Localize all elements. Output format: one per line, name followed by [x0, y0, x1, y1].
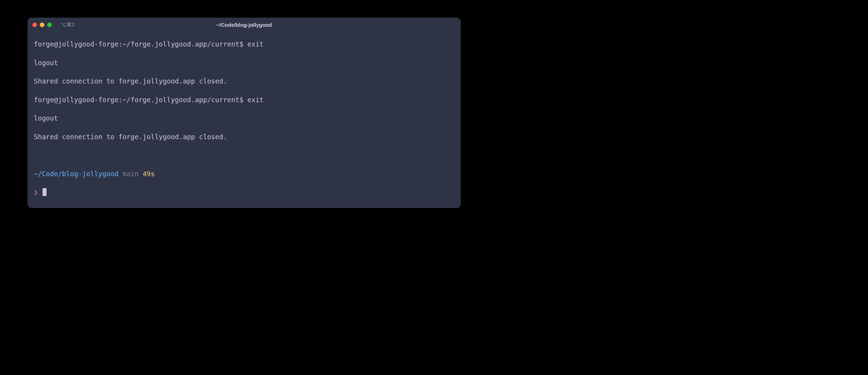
blank-line [34, 151, 454, 160]
terminal-output-line: logout [34, 113, 454, 123]
command-text: exit [247, 96, 264, 104]
terminal-output-line: forge@jollygood-forge:~/forge.jollygood.… [34, 95, 454, 105]
chevron-icon: ❯ [34, 188, 38, 196]
command-text: exit [247, 40, 264, 48]
terminal-body[interactable]: forge@jollygood-forge:~/forge.jollygood.… [27, 32, 461, 203]
title-bar: ⌥⌘2 ~/Code/blog-jollygood [27, 18, 461, 32]
minimize-window-button[interactable] [40, 23, 44, 27]
terminal-output-line: Shared connection to forge.jollygood.app… [34, 76, 454, 86]
remote-prompt: forge@jollygood-forge:~/forge.jollygood.… [34, 40, 247, 48]
input-prompt-line[interactable]: ❯ [34, 188, 454, 197]
window-title: ~/Code/blog-jollygood [216, 22, 272, 28]
terminal-output-line: forge@jollygood-forge:~/forge.jollygood.… [34, 39, 454, 49]
local-prompt-line: ~/Code/blog-jollygood main 49s [34, 169, 454, 179]
prompt-duration: 49s [143, 170, 155, 178]
terminal-output-line: logout [34, 58, 454, 68]
maximize-window-button[interactable] [47, 23, 52, 27]
traffic-lights [32, 23, 52, 27]
close-window-button[interactable] [32, 23, 37, 27]
prompt-git-branch: main [123, 170, 139, 178]
remote-prompt: forge@jollygood-forge:~/forge.jollygood.… [34, 96, 247, 104]
cursor-block [43, 188, 46, 196]
prompt-path: ~/Code/blog-jollygood [34, 170, 118, 178]
terminal-output-line: Shared connection to forge.jollygood.app… [34, 132, 454, 142]
tab-shortcut-label: ⌥⌘2 [60, 21, 74, 28]
terminal-window: ⌥⌘2 ~/Code/blog-jollygood forge@jollygoo… [27, 18, 461, 208]
